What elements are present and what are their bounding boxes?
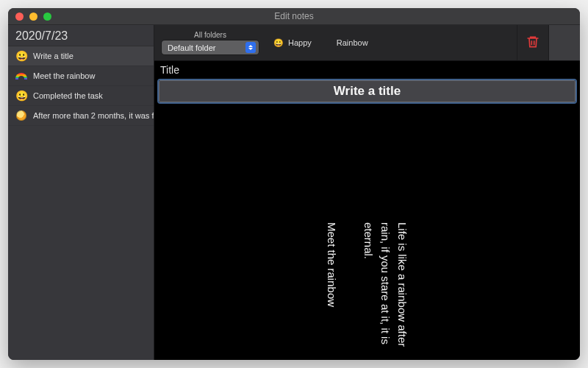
- note-content[interactable]: Meet the rainbow Life is like a rainbow …: [154, 215, 580, 360]
- confirm-button[interactable]: [548, 25, 580, 60]
- app-window: Edit notes 2020/7/23 😀 Write a title Mee…: [8, 8, 580, 360]
- folder-selected-value: Default folder: [168, 43, 215, 52]
- sidebar: 2020/7/23 😀 Write a title Meet the rainb…: [8, 25, 154, 360]
- note-item-label: Completed the task: [33, 91, 103, 100]
- note-item-label: After more than 2 months, it was finally: [33, 111, 154, 120]
- note-item[interactable]: After more than 2 months, it was finally: [8, 106, 154, 126]
- trash-icon: [526, 34, 540, 52]
- note-column: Life is like a rainbow after rain, if yo…: [359, 222, 411, 353]
- note-column: Meet the rainbow: [323, 222, 340, 353]
- rainbow-icon: [15, 70, 27, 82]
- title-field-label: Title: [159, 64, 179, 76]
- happy-icon: 😀: [273, 38, 284, 48]
- tag-label: Happy: [288, 38, 312, 47]
- title-row: Title: [154, 61, 580, 79]
- app-body: 2020/7/23 😀 Write a title Meet the rainb…: [8, 25, 580, 360]
- tag-label: Rainbow: [337, 38, 368, 47]
- minimize-icon[interactable]: [29, 13, 37, 21]
- note-item-label: Write a title: [33, 52, 74, 60]
- close-icon[interactable]: [15, 13, 24, 21]
- titlebar: Edit notes: [8, 8, 580, 25]
- main-panel: All folders Default folder 😀 Happy: [154, 25, 580, 360]
- tag-rainbow[interactable]: Rainbow: [332, 38, 368, 47]
- editor-area: Title Write a title Meet the rainbow Lif…: [154, 61, 580, 360]
- happy-icon: 😀: [15, 50, 27, 62]
- date-header: 2020/7/23: [8, 25, 154, 46]
- maximize-icon[interactable]: [43, 13, 51, 21]
- traffic-lights: [8, 13, 51, 21]
- chevron-up-down-icon: [245, 42, 256, 53]
- folder-block: All folders Default folder: [162, 31, 259, 54]
- window-title: Edit notes: [8, 11, 580, 21]
- note-item-label: Meet the rainbow: [33, 71, 95, 80]
- note-list: 😀 Write a title Meet the rainbow 😀 Compl…: [8, 46, 154, 360]
- note-item[interactable]: 😀 Write a title: [8, 46, 154, 66]
- sun-icon: [15, 110, 27, 121]
- action-buttons: [517, 25, 580, 60]
- title-input[interactable]: Write a title: [159, 80, 576, 102]
- happy-icon: 😀: [15, 90, 27, 102]
- editor-topbar: All folders Default folder 😀 Happy: [154, 25, 580, 61]
- note-item[interactable]: 😀 Completed the task: [8, 86, 154, 106]
- folder-section-label: All folders: [194, 31, 226, 39]
- tag-happy[interactable]: 😀 Happy: [273, 38, 312, 48]
- folder-select[interactable]: Default folder: [162, 40, 259, 54]
- delete-button[interactable]: [517, 25, 548, 60]
- note-item[interactable]: Meet the rainbow: [8, 66, 154, 86]
- tag-list: 😀 Happy Rainbow: [273, 38, 368, 48]
